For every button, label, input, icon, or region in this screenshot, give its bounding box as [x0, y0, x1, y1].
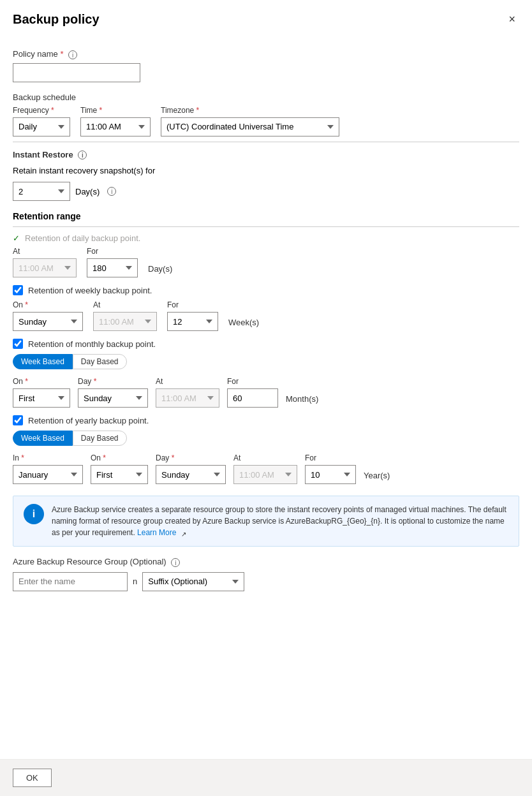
timezone-select[interactable]: (UTC) Coordinated Universal Time (UTC+01… [161, 117, 339, 136]
monthly-checkbox-row: Retention of monthly backup point. [13, 339, 519, 349]
monthly-checkbox[interactable] [13, 339, 23, 349]
yearly-week-based-pill[interactable]: Week Based [13, 431, 73, 446]
yearly-checkbox-row: Retention of yearly backup point. [13, 415, 519, 425]
weekly-on-select[interactable]: Sunday Monday Tuesday Wednesday Thursday… [13, 312, 83, 331]
monthly-for-input[interactable] [227, 388, 278, 408]
monthly-at-group: At 11:00 AM [156, 377, 219, 408]
time-group: Time * 11:00 AM 12:00 PM [80, 106, 151, 136]
panel-footer: OK [0, 759, 532, 796]
monthly-on-select[interactable]: First Second Third Fourth Last [13, 388, 70, 408]
days-info-icon[interactable]: i [107, 187, 116, 196]
yearly-on-group: On * First Second Third Fourth Last [91, 453, 148, 484]
monthly-day-select[interactable]: Sunday Monday Tuesday [78, 388, 148, 408]
external-link-icon: ↗ [181, 529, 189, 537]
panel-body: Policy name * i Backup schedule Frequenc… [0, 36, 532, 745]
monthly-on-label: On * [13, 377, 70, 386]
monthly-checkbox-label: Retention of monthly backup point. [28, 339, 156, 349]
daily-at-group: At 11:00 AM [13, 247, 77, 277]
monthly-unit-label: Month(s) [286, 394, 318, 404]
yearly-on-label: On * [91, 453, 148, 462]
time-select[interactable]: 11:00 AM 12:00 PM [80, 117, 151, 136]
daily-unit-label: Day(s) [148, 264, 172, 274]
n-separator-label: n [133, 577, 137, 586]
monthly-day-group: Day * Sunday Monday Tuesday [78, 377, 148, 408]
weekly-for-label: For [167, 300, 218, 309]
info-box-text: Azure Backup service creates a separate … [52, 504, 508, 538]
retain-row: Retain instant recovery snapshot(s) for [13, 166, 519, 175]
resource-group-info-icon[interactable]: i [171, 558, 180, 567]
policy-name-label: Policy name * i [13, 49, 519, 59]
daily-at-select: 11:00 AM [13, 258, 77, 277]
monthly-on-group: On * First Second Third Fourth Last [13, 377, 70, 408]
backup-schedule-label: Backup schedule [13, 92, 519, 102]
days-unit-label: Day(s) [75, 187, 100, 196]
retention-range-title: Retention range [13, 211, 81, 221]
instant-restore-section: Instant Restore i Retain instant recover… [13, 150, 519, 202]
checkmark-icon: ✓ [13, 233, 20, 243]
yearly-in-select[interactable]: January February March April May June Ju… [13, 465, 83, 484]
weekly-on-group: On * Sunday Monday Tuesday Wednesday Thu… [13, 300, 83, 331]
policy-name-group: Policy name * i [13, 39, 519, 82]
yearly-checkbox[interactable] [13, 415, 23, 425]
policy-name-input[interactable] [13, 63, 140, 82]
instant-restore-label: Instant Restore i [13, 150, 519, 160]
info-box-icon: i [24, 504, 44, 524]
resource-name-input[interactable] [13, 572, 128, 591]
yearly-for-group: For 10 5 7 20 [305, 453, 356, 484]
time-label: Time * [80, 106, 151, 115]
yearly-in-label: In * [13, 453, 83, 462]
monthly-day-based-pill[interactable]: Day Based [73, 354, 127, 369]
yearly-at-label: At [233, 453, 297, 462]
retention-range-section: Retention range ✓ Retention of daily bac… [13, 211, 519, 484]
yearly-day-select[interactable]: Sunday Monday Tuesday [156, 465, 226, 484]
timezone-group: Timezone * (UTC) Coordinated Universal T… [161, 106, 339, 136]
weekly-checkbox-label: Retention of weekly backup point. [28, 286, 152, 295]
yearly-at-group: At 11:00 AM [233, 453, 297, 484]
weekly-on-label: On * [13, 300, 83, 309]
daily-for-select[interactable]: 180 90 60 30 [87, 258, 138, 277]
daily-at-for-row: At 11:00 AM For 180 90 60 30 Day(s) [13, 247, 519, 277]
yearly-in-group: In * January February March April May Ju… [13, 453, 83, 484]
panel-header: Backup policy × [0, 0, 532, 36]
timezone-label: Timezone * [161, 106, 339, 115]
yearly-unit-label: Year(s) [364, 471, 390, 480]
monthly-pill-group: Week Based Day Based [13, 354, 519, 369]
instant-restore-info-icon[interactable]: i [78, 151, 87, 159]
weekly-fields-row: On * Sunday Monday Tuesday Wednesday Thu… [13, 300, 519, 331]
yearly-fields-row: In * January February March April May Ju… [13, 453, 519, 484]
resource-group-label: Azure Backup Resource Group (Optional) i [13, 557, 519, 567]
weekly-at-label: At [93, 300, 157, 309]
ok-button[interactable]: OK [13, 769, 52, 787]
daily-for-group: For 180 90 60 30 [87, 247, 138, 277]
yearly-day-based-pill[interactable]: Day Based [73, 431, 127, 446]
weekly-checkbox[interactable] [13, 285, 23, 295]
frequency-select[interactable]: Daily Weekly [13, 117, 70, 136]
yearly-day-label: Day * [156, 453, 226, 462]
frequency-group: Frequency * Daily Weekly [13, 106, 70, 136]
panel-title: Backup policy [13, 12, 100, 27]
weekly-for-select[interactable]: 12 8 4 52 [167, 312, 218, 331]
weekly-unit-label: Week(s) [228, 318, 259, 327]
daily-at-label: At [13, 247, 77, 256]
suffix-select[interactable]: Suffix (Optional) [142, 572, 244, 591]
policy-name-info-icon[interactable]: i [68, 50, 77, 59]
daily-backup-label: ✓ Retention of daily backup point. [13, 233, 519, 243]
yearly-pill-group: Week Based Day Based [13, 431, 519, 446]
monthly-week-based-pill[interactable]: Week Based [13, 354, 73, 369]
snapshot-days-select[interactable]: 1 2 3 4 5 [13, 182, 70, 201]
yearly-on-select[interactable]: First Second Third Fourth Last [91, 465, 148, 484]
close-button[interactable]: × [505, 11, 519, 27]
required-star: * [60, 49, 63, 59]
learn-more-link[interactable]: Learn More [137, 528, 176, 537]
retain-value-row: 1 2 3 4 5 Day(s) i [13, 182, 519, 201]
yearly-at-select: 11:00 AM [233, 465, 297, 484]
monthly-at-label: At [156, 377, 219, 386]
yearly-checkbox-label: Retention of yearly backup point. [28, 416, 149, 425]
weekly-at-select: 11:00 AM [93, 312, 157, 331]
resource-group-section: Azure Backup Resource Group (Optional) i… [13, 557, 519, 591]
yearly-for-select[interactable]: 10 5 7 20 [305, 465, 356, 484]
yearly-day-group: Day * Sunday Monday Tuesday [156, 453, 226, 484]
schedule-row: Frequency * Daily Weekly Time * 11:00 AM [13, 106, 519, 136]
monthly-day-label: Day * [78, 377, 148, 386]
monthly-for-group: For [227, 377, 278, 408]
